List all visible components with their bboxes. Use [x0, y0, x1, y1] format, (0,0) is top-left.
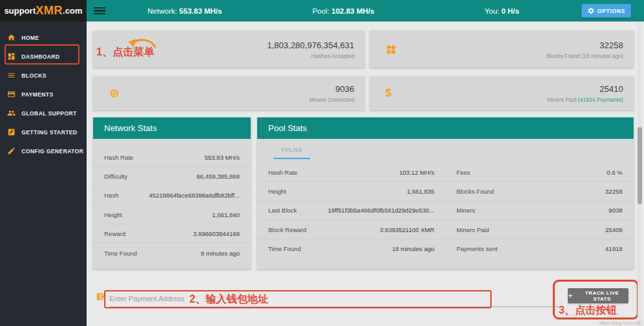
plus-icon: +	[568, 291, 573, 300]
scrollbar-thumb[interactable]	[637, 127, 642, 204]
row-label: Blocks Found	[456, 188, 494, 195]
stat-row: Time Found18 minutes ago	[257, 239, 445, 258]
home-icon	[7, 33, 16, 42]
sidebar-item-blocks[interactable]: BLOCKS	[0, 66, 87, 85]
last-block-link[interactable]: 19ff51f3b5a466df0fb561d29d29e530...	[328, 207, 434, 214]
top-header-bar: Network: 553.83 MH/s Pool: 102.83 MH/s Y…	[87, 0, 644, 22]
sidebar-item-label: BLOCKS	[21, 72, 46, 79]
logo-text-com: .com	[63, 6, 82, 16]
row-value: 18 minutes ago	[392, 245, 434, 252]
row-label: Time Found	[104, 250, 137, 257]
sidebar-item-payments[interactable]: PAYMENTS	[0, 85, 87, 104]
credit-card-icon	[7, 90, 16, 98]
track-live-stats-button[interactable]: + TRACK LIVE STATS	[568, 288, 628, 303]
stat-row: Time Found9 minutes ago	[93, 243, 251, 262]
payments-count-link[interactable]: (41924 Payments)	[578, 96, 623, 103]
stat-row: Difficulty66,459,385,868	[93, 167, 251, 186]
row-value: 553.83 MH/s	[204, 154, 240, 161]
pool-stats-title: Pool Stats	[257, 117, 634, 139]
stat-row: Hash45218864face68398a6dfb82bff...	[93, 186, 251, 205]
sidebar-item-label: CONFIG GENERATOR	[21, 148, 83, 155]
stat-row: Hash Rate553.83 MH/s	[93, 148, 251, 167]
row-value: 3.9393521100 XMR	[380, 226, 434, 233]
header-pool-stat: Pool: 102.83 MH/s	[264, 7, 423, 15]
row-value: 1,661,840	[212, 211, 240, 218]
header-you-stat: You: 0 H/s	[423, 7, 581, 15]
pencil-icon	[7, 147, 16, 155]
watermark: https://blog.csdn.net	[599, 321, 640, 325]
row-label: Height	[268, 188, 286, 195]
supportxmr-dashboard: supportXMR.com Network: 553.83 MH/s Pool…	[0, 0, 644, 326]
sidebar-nav: HOME DASHBOARD BLOCKS PAYMENTS GLOBAL SU…	[0, 22, 87, 326]
sidebar-item-global-support[interactable]: GLOBAL SUPPORT	[0, 104, 87, 123]
network-value: 553.83 MH/s	[179, 7, 222, 15]
sidebar-item-home[interactable]: HOME	[0, 28, 87, 47]
blocks-found-value: 32258	[546, 40, 623, 50]
dashboard-icon	[7, 52, 16, 61]
annotation-text-step1: 1、点击菜单	[96, 46, 154, 59]
sidebar-item-getting-started[interactable]: GETTING STARTED	[0, 123, 87, 141]
miners-paid-value: 25410	[547, 84, 623, 94]
row-label: Reward	[104, 230, 126, 237]
you-label: You:	[484, 7, 499, 15]
stat-row: Fees0.6 %	[445, 163, 634, 182]
annotation-text-step3: 3、点击按钮	[559, 304, 617, 318]
network-hash-link[interactable]: 45218864face68398a6dfb82bff...	[149, 192, 240, 199]
tab-pplns[interactable]: PPLNS	[273, 147, 310, 159]
row-value: 1,661,835	[407, 188, 434, 195]
options-button[interactable]: OPTIONS	[581, 4, 631, 18]
miners-connected-label: Miners Connected	[309, 96, 354, 103]
sidebar-item-label: HOME	[21, 35, 39, 41]
track-live-stats-label: TRACK LIVE STATS	[576, 290, 628, 302]
sidebar-item-label: DASHBOARD	[21, 53, 60, 60]
blocks-list-icon	[7, 71, 16, 80]
stat-row: Reward3.896603844169	[93, 224, 251, 243]
dollar-icon: $	[385, 87, 391, 99]
edit-box-icon	[7, 128, 16, 136]
sidebar-item-dashboard[interactable]: DASHBOARD	[0, 47, 87, 66]
header-network-stat: Network: 553.83 MH/s	[105, 7, 264, 15]
pool-stats-left-column: Hash Rate103.12 MH/s Height1,661,835 Las…	[257, 163, 445, 258]
row-label: Hash Rate	[104, 154, 133, 161]
sidebar-item-config-generator[interactable]: CONFIG GENERATOR	[0, 141, 87, 160]
people-icon	[7, 109, 16, 117]
stat-row: Block Reward3.9393521100 XMR	[257, 220, 445, 239]
stat-row: Hash Rate103.12 MH/s	[257, 163, 445, 182]
wallet-icon	[96, 292, 105, 301]
sidebar-item-label: PAYMENTS	[21, 91, 53, 98]
row-label: Difficulty	[104, 173, 128, 180]
annotation-text-step2: 2、输入钱包地址	[189, 293, 268, 306]
card-miners-paid: $ 25410 Miners Paid (41924 Payments)	[370, 76, 634, 110]
stat-row: Last Block19ff51f3b5a466df0fb561d29d29e5…	[257, 201, 445, 220]
payment-address-input[interactable]	[109, 291, 559, 307]
site-logo[interactable]: supportXMR.com	[0, 0, 87, 22]
card-miners-connected: 9036 Miners Connected	[93, 76, 365, 110]
stat-row: Height1,661,840	[93, 205, 251, 224]
hashes-accepted-value: 1,803,280,976,354,631	[267, 40, 354, 50]
row-value: 3.896603844169	[193, 230, 240, 237]
row-label: Time Found	[268, 245, 301, 252]
miners-connected-value: 9036	[309, 84, 354, 94]
options-button-label: OPTIONS	[598, 8, 625, 14]
row-label: Last Block	[268, 207, 297, 214]
menu-hamburger-icon[interactable]	[94, 7, 105, 15]
row-label: Block Reward	[268, 226, 307, 233]
header-stats: Network: 553.83 MH/s Pool: 102.83 MH/s Y…	[105, 7, 581, 15]
logo-text-xmr: XMR	[36, 4, 63, 18]
stat-row: Height1,661,835	[257, 182, 445, 201]
row-label: Miners Paid	[456, 226, 489, 233]
row-value: 0.6 %	[607, 169, 623, 176]
hashes-accepted-label: Hashes Accepted	[267, 52, 354, 59]
chip-icon	[109, 88, 120, 99]
miners-paid-label: Miners Paid	[547, 96, 578, 103]
pool-stats-panel: Pool Stats PPLNS Hash Rate103.12 MH/s He…	[257, 117, 634, 269]
row-value: 9 minutes ago	[201, 250, 240, 257]
row-value: 25408	[606, 226, 623, 233]
row-value: 41918	[606, 245, 623, 252]
pool-stats-right-column: Fees0.6 % Blocks Found32258 Miners9038 M…	[445, 163, 634, 258]
row-value: 103.12 MH/s	[399, 169, 434, 176]
row-label: Hash	[104, 192, 119, 199]
logo-text-support: support	[4, 6, 35, 16]
gear-icon	[587, 7, 595, 14]
card-blocks-found: 32258 Blocks Found (18 minutes ago)	[370, 31, 634, 68]
